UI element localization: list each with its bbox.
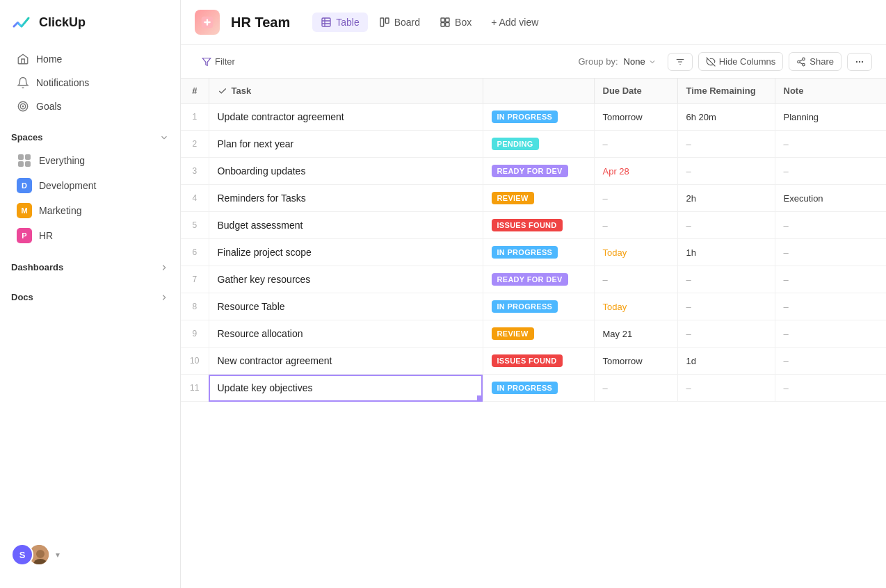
app-name: ClickUp xyxy=(39,15,86,30)
cell-due-date: Today xyxy=(594,239,677,266)
cell-task[interactable]: Budget assessment xyxy=(209,212,483,239)
status-badge: PENDING xyxy=(492,138,539,150)
share-button[interactable]: Share xyxy=(789,52,841,71)
table-row[interactable]: 6 Finalize project scope IN PROGRESS Tod… xyxy=(181,239,886,266)
space-marketing[interactable]: M Marketing xyxy=(6,198,175,223)
time-remaining-value: 1h xyxy=(686,247,696,258)
table-row[interactable]: 2 Plan for next year PENDING – – – xyxy=(181,131,886,158)
due-date-value: – xyxy=(603,193,608,204)
cell-task[interactable]: Update key objectives xyxy=(209,375,483,402)
hr-label: HR xyxy=(39,230,53,241)
group-by-selection: None xyxy=(624,56,645,67)
check-icon xyxy=(218,86,227,96)
table-header-row: # Task Due Date Time Remaining xyxy=(181,79,886,104)
bell-icon xyxy=(17,76,29,89)
cell-task[interactable]: Update contractor agreement xyxy=(209,104,483,131)
more-options-button[interactable] xyxy=(847,53,872,71)
hide-columns-button[interactable]: Hide Columns xyxy=(698,52,784,71)
nav-home[interactable]: Home xyxy=(6,47,175,71)
cell-due-date: Today xyxy=(594,293,677,320)
cell-due-date: – xyxy=(594,131,677,158)
table-row[interactable]: 11 Update key objectives IN PROGRESS – –… xyxy=(181,375,886,402)
sidebar: ClickUp Home Notifications Goals Spaces xyxy=(0,0,181,588)
add-view-button[interactable]: + Add view xyxy=(483,13,547,32)
space-hr[interactable]: P HR xyxy=(6,223,175,248)
group-by-chevron-icon xyxy=(648,58,657,66)
filter-button[interactable]: Filter xyxy=(195,53,242,70)
note-value: – xyxy=(784,383,789,393)
note-value: – xyxy=(784,220,789,231)
cell-status: ISSUES FOUND xyxy=(483,348,594,375)
table-row[interactable]: 3 Onboarding updates READY FOR DEV Apr 2… xyxy=(181,158,886,185)
cell-task[interactable]: Plan for next year xyxy=(209,131,483,158)
tab-table[interactable]: Table xyxy=(312,13,367,32)
hr-avatar: P xyxy=(17,228,32,243)
page-title: HR Team xyxy=(231,15,290,31)
marketing-label: Marketing xyxy=(39,205,81,216)
cell-task[interactable]: New contractor agreement xyxy=(209,348,483,375)
svg-rect-14 xyxy=(441,18,444,22)
spaces-label: Spaces xyxy=(11,132,43,142)
hr-team-logo xyxy=(195,10,220,35)
cell-task[interactable]: Gather key resources xyxy=(209,266,483,293)
nav-everything[interactable]: Everything xyxy=(6,148,175,173)
dashboards-section[interactable]: Dashboards xyxy=(0,254,180,278)
note-value: Planning xyxy=(784,112,819,122)
svg-point-20 xyxy=(803,63,805,66)
nav-goals[interactable]: Goals xyxy=(6,95,175,118)
more-icon xyxy=(855,57,864,67)
cell-num: 4 xyxy=(181,185,209,212)
cell-note: – xyxy=(775,375,886,402)
svg-rect-6 xyxy=(25,161,31,167)
cell-due-date: May 21 xyxy=(594,320,677,348)
development-avatar: D xyxy=(17,178,32,193)
cell-due-date: Tomorrow xyxy=(594,348,677,375)
docs-section[interactable]: Docs xyxy=(0,284,180,308)
space-development[interactable]: D Development xyxy=(6,173,175,198)
table-row[interactable]: 9 Resource allocation REVIEW May 21 – – xyxy=(181,320,886,348)
cell-num: 3 xyxy=(181,158,209,185)
cell-task[interactable]: Onboarding updates xyxy=(209,158,483,185)
toolbar: Filter Group by: None Hide Columns xyxy=(181,45,886,79)
table-row[interactable]: 8 Resource Table IN PROGRESS Today – – xyxy=(181,293,886,320)
cell-status: READY FOR DEV xyxy=(483,266,594,293)
note-value: – xyxy=(784,139,789,149)
board-icon xyxy=(379,17,390,28)
time-remaining-value: – xyxy=(686,383,691,393)
cell-task[interactable]: Resource Table xyxy=(209,293,483,320)
svg-rect-5 xyxy=(18,161,24,167)
note-value: – xyxy=(784,356,789,366)
svg-rect-12 xyxy=(380,18,384,26)
main-content: HR Team Table Board xyxy=(181,0,886,588)
table-row[interactable]: 4 Reminders for Tasks REVIEW – 2h Execut… xyxy=(181,185,886,212)
cell-task[interactable]: Finalize project scope xyxy=(209,239,483,266)
svg-point-19 xyxy=(798,60,800,63)
svg-point-24 xyxy=(859,61,860,62)
resize-handle[interactable] xyxy=(477,395,483,401)
status-badge: IN PROGRESS xyxy=(492,382,558,394)
sort-button[interactable] xyxy=(668,53,693,71)
table-row[interactable]: 10 New contractor agreement ISSUES FOUND… xyxy=(181,348,886,375)
filter-label: Filter xyxy=(215,56,235,67)
svg-rect-16 xyxy=(441,23,444,26)
tab-box[interactable]: Box xyxy=(431,13,480,32)
cell-task[interactable]: Resource allocation xyxy=(209,320,483,348)
table-row[interactable]: 1 Update contractor agreement IN PROGRES… xyxy=(181,104,886,131)
due-date-value: Apr 28 xyxy=(603,166,629,177)
group-by-value[interactable]: None xyxy=(624,56,657,67)
user-area[interactable]: S ▼ xyxy=(0,532,180,577)
status-badge: IN PROGRESS xyxy=(492,111,558,123)
cell-task[interactable]: Reminders for Tasks xyxy=(209,185,483,212)
due-date-value: – xyxy=(603,139,608,149)
table-row[interactable]: 7 Gather key resources READY FOR DEV – –… xyxy=(181,266,886,293)
nav-notifications[interactable]: Notifications xyxy=(6,71,175,95)
note-value: – xyxy=(784,329,789,339)
nav-goals-label: Goals xyxy=(36,101,62,112)
cell-due-date: – xyxy=(594,266,677,293)
logo-area[interactable]: ClickUp xyxy=(0,11,180,47)
tab-board[interactable]: Board xyxy=(371,13,428,32)
table-row[interactable]: 5 Budget assessment ISSUES FOUND – – – xyxy=(181,212,886,239)
hide-columns-icon xyxy=(706,57,716,67)
time-remaining-value: – xyxy=(686,166,691,177)
col-due: Due Date xyxy=(594,79,677,104)
